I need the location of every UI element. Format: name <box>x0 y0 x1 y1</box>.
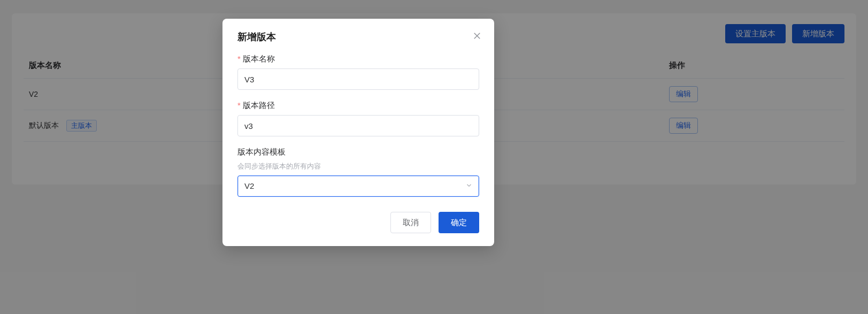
chevron-down-icon <box>465 182 473 191</box>
template-select[interactable]: V2 <box>237 175 479 197</box>
version-name-label-text: 版本名称 <box>243 54 275 63</box>
modal-title: 新增版本 <box>237 30 479 43</box>
version-path-label-text: 版本路径 <box>243 101 275 110</box>
confirm-button[interactable]: 确定 <box>439 212 479 233</box>
template-select-value: V2 <box>244 181 254 190</box>
add-version-modal: 新增版本 *版本名称 *版本路径 版本内容模板 会同步选择版本的所有内容 V2 … <box>222 19 494 246</box>
template-hint: 会同步选择版本的所有内容 <box>237 162 479 171</box>
version-path-label: *版本路径 <box>237 101 479 111</box>
version-path-input[interactable] <box>237 115 479 136</box>
cancel-button[interactable]: 取消 <box>390 212 431 233</box>
close-icon[interactable] <box>471 29 483 42</box>
version-name-label: *版本名称 <box>237 54 479 64</box>
version-name-input[interactable] <box>237 68 479 90</box>
template-label: 版本内容模板 <box>237 147 479 157</box>
